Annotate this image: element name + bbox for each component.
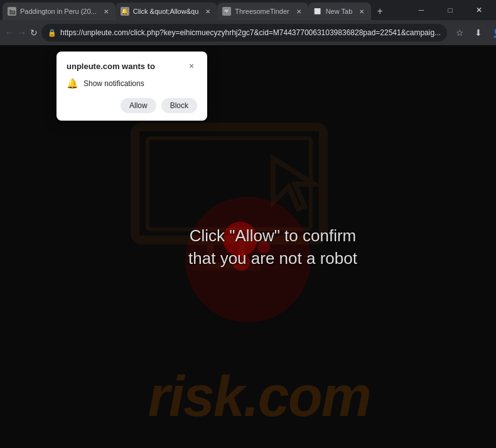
tab-close-new[interactable]: ✕	[357, 7, 366, 16]
tab-label-new: New Tab	[326, 8, 353, 15]
profile-icon[interactable]: 👤	[488, 24, 496, 41]
tab-threesome[interactable]: ❤ ThreesomeTinder ✕	[217, 3, 308, 20]
tabs-area: 🎬 Paddington in Peru (20... ✕ 🔔 Click &q…	[3, 0, 407, 20]
dialog-title: unpleute.com wants to	[67, 62, 155, 71]
message-text: Click "Allow" to confirm that you are no…	[188, 224, 357, 270]
watermark-text: risk.com	[148, 364, 370, 429]
bell-icon: 🔔	[67, 78, 78, 89]
dialog-header: unpleute.com wants to ×	[67, 60, 197, 72]
message-line2: that you are not a robot	[188, 249, 357, 268]
dialog-actions: Allow Block	[67, 98, 197, 113]
tab-favicon-new: ⬜	[313, 7, 322, 16]
tab-close-click-allow[interactable]: ✕	[203, 7, 212, 16]
tab-favicon-paddington: 🎬	[8, 7, 16, 16]
window-controls: ─ □ ✕	[407, 0, 493, 20]
close-button[interactable]: ✕	[465, 0, 493, 20]
title-bar: 🎬 Paddington in Peru (20... ✕ 🔔 Click &q…	[0, 0, 496, 20]
notification-label: Show notifications	[84, 79, 144, 88]
toolbar-icons: ☆ ⬇ 👤 ⋮	[451, 24, 496, 41]
dialog-close-button[interactable]: ×	[186, 60, 197, 72]
tab-label-paddington: Paddington in Peru (20...	[20, 8, 97, 15]
tab-label-threesome: ThreesomeTinder	[235, 8, 289, 15]
tab-click-allow[interactable]: 🔔 Click &quot;Allow&qu ✕	[116, 3, 218, 20]
block-button[interactable]: Block	[161, 98, 197, 113]
message-line1: Click "Allow" to confirm	[190, 226, 357, 244]
address-bar: ← → ↻ 🔒 https://unpleute.com/click.php?k…	[0, 20, 496, 45]
page-content: risk.com Click "Allow" to confirm that y…	[0, 45, 496, 448]
back-button[interactable]: ←	[5, 24, 14, 41]
center-message: Click "Allow" to confirm that you are no…	[188, 224, 357, 270]
new-tab-button[interactable]: +	[371, 3, 389, 20]
forward-button[interactable]: →	[18, 24, 26, 41]
reload-button[interactable]: ↻	[30, 24, 38, 41]
tab-favicon-threesome: ❤	[222, 7, 231, 16]
minimize-button[interactable]: ─	[407, 0, 436, 20]
url-text: https://unpleute.com/click.php?key=eihic…	[60, 28, 441, 37]
maximize-button[interactable]: □	[436, 0, 465, 20]
tab-paddington[interactable]: 🎬 Paddington in Peru (20... ✕	[3, 3, 116, 20]
svg-rect-0	[135, 127, 323, 240]
url-box[interactable]: 🔒 https://unpleute.com/click.php?key=eih…	[41, 24, 447, 41]
tab-close-paddington[interactable]: ✕	[102, 7, 111, 16]
tab-close-threesome[interactable]: ✕	[294, 7, 303, 16]
tab-new-tab[interactable]: ⬜ New Tab ✕	[308, 3, 372, 20]
download-icon[interactable]: ⬇	[470, 24, 487, 41]
dialog-notification-row: 🔔 Show notifications	[67, 78, 197, 89]
bookmark-icon[interactable]: ☆	[451, 24, 468, 41]
svg-rect-3	[148, 138, 311, 229]
notification-dialog: unpleute.com wants to × 🔔 Show notificat…	[57, 52, 207, 121]
allow-button[interactable]: Allow	[121, 98, 156, 113]
tab-favicon-click-allow: 🔔	[121, 7, 129, 16]
tab-label-click-allow: Click &quot;Allow&qu	[133, 8, 199, 15]
lock-icon: 🔒	[48, 29, 57, 37]
